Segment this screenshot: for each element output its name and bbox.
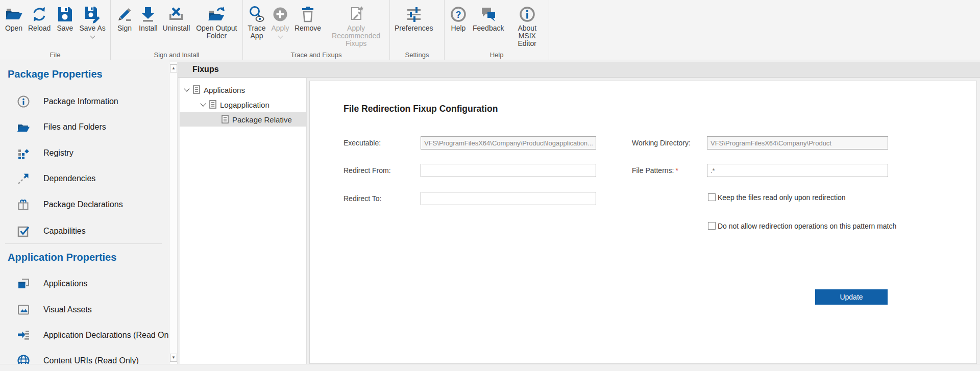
trace-app-button[interactable]: Trace App: [245, 3, 268, 41]
tree-item-applications[interactable]: Applications: [180, 82, 306, 97]
sidebar-item-applications[interactable]: Applications: [0, 271, 169, 296]
tree-item-package-relative[interactable]: Package Relative: [180, 112, 306, 127]
about-info-icon: [518, 4, 536, 24]
install-button[interactable]: Install: [136, 3, 160, 33]
apply-recommended-fixups-button-label: Apply Recommended Fixups: [326, 24, 386, 47]
open-output-folder-button[interactable]: Open Output Folder: [192, 3, 240, 41]
document-icon: [193, 85, 200, 96]
sidebar-item-files-and-folders[interactable]: Files and Folders: [0, 114, 169, 140]
apply-button-label: Apply: [271, 24, 289, 32]
windows-icon: [17, 277, 30, 290]
scroll-up-icon[interactable]: ▲: [170, 64, 177, 72]
working-directory-label: Working Directory:: [632, 139, 691, 147]
info-circle-icon: [17, 95, 30, 108]
registry-blocks-icon: [17, 146, 30, 160]
globe-icon: [17, 354, 30, 364]
sidebar-item-package-information[interactable]: Package Information: [0, 89, 169, 114]
uninstall-button-label: Uninstall: [163, 24, 190, 32]
file-patterns-input[interactable]: [707, 164, 888, 177]
preferences-button[interactable]: Preferences: [392, 3, 435, 33]
apply-recommended-fixups-button[interactable]: Apply Recommended Fixups: [324, 3, 388, 48]
tree-item-label: Applications: [204, 85, 245, 94]
no-redirect-operations-checkbox[interactable]: [708, 222, 716, 230]
help-button[interactable]: ? Help: [447, 3, 470, 33]
open-button[interactable]: Open: [2, 3, 26, 33]
save-button[interactable]: Save: [53, 3, 77, 33]
horizontal-scrollbar[interactable]: [0, 364, 980, 371]
save-icon: [56, 4, 74, 24]
save-as-button-label: Save As: [79, 24, 105, 32]
sidebar-item-dependencies[interactable]: Dependencies: [0, 166, 169, 191]
chevron-down-icon[interactable]: [184, 86, 189, 91]
sidebar-item-label: Dependencies: [43, 174, 95, 183]
keep-files-readonly-label: Keep the files read only upon redirectio…: [718, 193, 846, 202]
ribbon-group-sign-install-label: Sign and Install: [111, 51, 242, 59]
sidebar-item-label: Applications: [43, 279, 87, 288]
preferences-button-label: Preferences: [395, 24, 433, 32]
sidebar-item-content-uris[interactable]: Content URIs (Read Only): [0, 348, 169, 364]
redirect-to-input[interactable]: [421, 192, 596, 205]
ribbon-group-help-label: Help: [445, 51, 549, 59]
recommended-fixups-icon: [347, 4, 365, 24]
uninstall-button[interactable]: Uninstall: [160, 3, 193, 33]
keep-files-readonly-checkbox-row[interactable]: Keep the files read only upon redirectio…: [708, 193, 846, 202]
update-button[interactable]: Update: [815, 289, 888, 305]
sidebar-item-label: Capabilities: [43, 227, 86, 236]
sidebar-item-application-declarations[interactable]: Application Declarations (Read Only): [0, 323, 169, 348]
trace-app-button-label: Trace App: [248, 24, 266, 40]
redirect-from-label: Redirect From:: [344, 166, 391, 175]
feedback-bubbles-icon: [479, 4, 498, 24]
sidebar-item-label: Registry: [43, 149, 74, 158]
ribbon-group-file-label: File: [0, 51, 110, 59]
ribbon-group-trace-fixups-label: Trace and Fixups: [243, 51, 389, 59]
folder-icon: [17, 120, 30, 134]
sidebar-item-label: Application Declarations (Read Only): [43, 331, 169, 340]
working-directory-input[interactable]: [707, 136, 888, 150]
file-patterns-label: File Patterns:*: [632, 166, 678, 175]
ribbon-group-trace-fixups: Trace App Apply Remove Apply Recommend: [243, 0, 390, 60]
save-as-dropdown-chevron-icon[interactable]: [90, 34, 95, 39]
svg-text:?: ?: [456, 10, 461, 20]
help-button-label: Help: [451, 24, 466, 32]
preferences-sliders-icon: [405, 4, 423, 24]
open-folder-icon: [5, 4, 23, 24]
sign-pencil-icon: [115, 4, 134, 24]
sidebar-item-registry[interactable]: Registry: [0, 140, 169, 166]
save-button-label: Save: [57, 24, 73, 32]
reload-button[interactable]: Reload: [26, 3, 53, 33]
no-redirect-operations-checkbox-row[interactable]: Do not allow redirection operations on t…: [708, 222, 896, 230]
keep-files-readonly-checkbox[interactable]: [708, 193, 716, 201]
remove-button[interactable]: Remove: [292, 3, 324, 33]
ribbon-group-file: Open Reload Save Save As: [0, 0, 111, 60]
redirect-to-label: Redirect To:: [344, 194, 381, 203]
sidebar-item-capabilities[interactable]: Capabilities: [0, 218, 169, 244]
sidebar-item-label: Files and Folders: [43, 122, 106, 132]
feedback-button[interactable]: Feedback: [470, 3, 506, 33]
scroll-down-icon[interactable]: ▼: [170, 354, 177, 362]
sidebar-scrollbar[interactable]: ▲ ▼: [169, 62, 178, 364]
about-msix-editor-button[interactable]: About MSIX Editor: [506, 3, 548, 48]
file-redirection-fixup-form: File Redirection Fixup Configuration Exe…: [309, 81, 977, 364]
application-properties-heading: Application Properties: [8, 252, 116, 263]
open-button-label: Open: [5, 24, 22, 32]
reload-icon: [30, 4, 48, 24]
open-output-folder-button-label: Open Output Folder: [195, 24, 238, 40]
ribbon-group-sign-install: Sign Install Uninstall Open Output Folde…: [111, 0, 243, 60]
redirect-from-input[interactable]: [421, 164, 596, 177]
apply-button[interactable]: Apply: [268, 3, 292, 39]
sidebar-item-visual-assets[interactable]: Visual Assets: [0, 297, 169, 323]
executable-input[interactable]: [421, 136, 596, 150]
tree-item-logapplication[interactable]: Logapplication: [180, 97, 306, 112]
fixups-panel-header: Fixups: [178, 62, 980, 78]
save-as-button[interactable]: Save As: [77, 3, 108, 39]
help-question-icon: ?: [449, 4, 468, 24]
gift-box-icon: [17, 198, 30, 211]
sign-button[interactable]: Sign: [113, 3, 136, 33]
install-arrow-icon: [139, 4, 157, 24]
chevron-down-icon[interactable]: [200, 101, 206, 106]
sidebar-item-label: Package Information: [43, 97, 118, 106]
no-redirect-operations-label: Do not allow redirection operations on t…: [718, 222, 896, 230]
uninstall-x-icon: [167, 4, 185, 24]
sidebar-item-package-declarations[interactable]: Package Declarations: [0, 192, 169, 217]
sidebar-item-label: Visual Assets: [43, 305, 92, 314]
